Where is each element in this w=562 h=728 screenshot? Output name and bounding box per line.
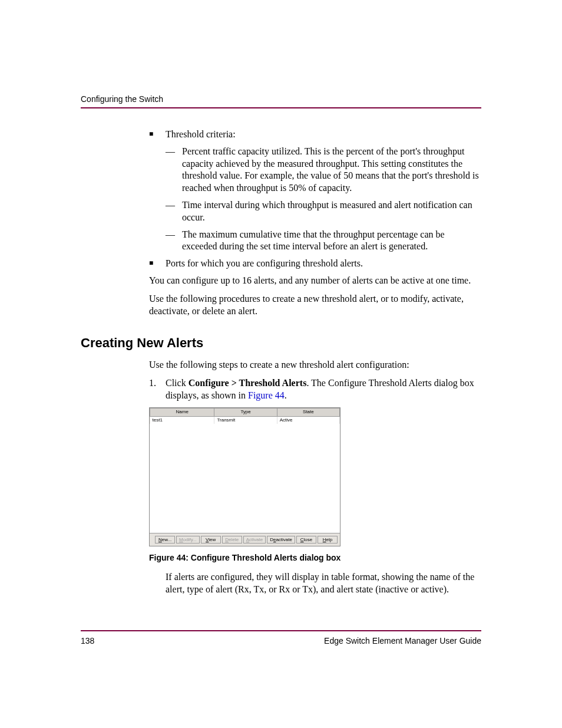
- col-state[interactable]: State: [277, 409, 339, 416]
- figure-link[interactable]: Figure 44: [248, 390, 285, 400]
- dash-list: Percent traffic capacity utilized. This …: [166, 146, 481, 253]
- page-number: 138: [81, 636, 94, 645]
- body-text: Threshold criteria: Percent traffic capa…: [81, 129, 481, 596]
- dash-item: The maximum cumulative time that the thr…: [166, 229, 481, 253]
- section-heading: Creating New Alerts: [81, 335, 481, 352]
- table-header-row: Name Type State: [150, 409, 340, 416]
- menu-path: Configure > Threshold Alerts: [189, 378, 307, 388]
- delete-button: Delete: [222, 536, 242, 543]
- page-footer: 138 Edge Switch Element Manager User Gui…: [81, 630, 481, 645]
- view-button[interactable]: View: [201, 536, 221, 543]
- modify-button: Modify...: [176, 536, 200, 543]
- table-empty-area: [150, 424, 340, 533]
- paragraph: If alerts are configured, they will disp…: [166, 571, 481, 596]
- step-text-part: .: [285, 390, 287, 400]
- activate-button: Activate: [243, 536, 266, 543]
- help-button[interactable]: Help: [318, 536, 338, 543]
- bullet-text: Threshold criteria:: [166, 129, 236, 139]
- dialog-button-bar: New... Modify... View Delete Activate De…: [150, 533, 340, 546]
- close-button[interactable]: Close: [296, 536, 316, 543]
- cell-name: test1: [150, 416, 214, 424]
- figure-caption: Figure 44: Configure Threshold Alerts di…: [149, 552, 481, 563]
- col-type[interactable]: Type: [214, 409, 277, 416]
- paragraph: You can configure up to 16 alerts, and a…: [149, 275, 481, 287]
- doc-title: Edge Switch Element Manager User Guide: [324, 636, 481, 645]
- numbered-list: 1. Click Configure > Threshold Alerts. T…: [149, 377, 481, 402]
- dash-item: Percent traffic capacity utilized. This …: [166, 146, 481, 195]
- new-button[interactable]: New...: [155, 536, 175, 543]
- col-name[interactable]: Name: [150, 409, 214, 416]
- figure: Name Type State test1 Transmit Active: [149, 407, 481, 563]
- bullet-item: Ports for which you are configuring thre…: [149, 258, 481, 270]
- alerts-table: Name Type State test1 Transmit Active: [150, 408, 340, 424]
- cell-state: Active: [277, 416, 339, 424]
- bullet-item: Threshold criteria: Percent traffic capa…: [149, 129, 481, 253]
- paragraph: Use the following procedures to create a…: [149, 293, 481, 318]
- list-item: 1. Click Configure > Threshold Alerts. T…: [149, 377, 481, 402]
- running-head: Configuring the Switch: [81, 94, 481, 108]
- dash-item: Time interval during which throughput is…: [166, 199, 481, 224]
- bullet-list: Threshold criteria: Percent traffic capa…: [149, 129, 481, 270]
- step-number: 1.: [149, 377, 156, 390]
- deactivate-button[interactable]: Deactivate: [267, 536, 295, 543]
- threshold-alerts-dialog: Name Type State test1 Transmit Active: [149, 407, 340, 546]
- cell-type: Transmit: [214, 416, 277, 424]
- step-text-part: Click: [166, 378, 189, 388]
- page-content: Configuring the Switch Threshold criteri…: [81, 94, 481, 645]
- table-row[interactable]: test1 Transmit Active: [150, 416, 340, 424]
- paragraph: Use the following steps to create a new …: [149, 359, 481, 371]
